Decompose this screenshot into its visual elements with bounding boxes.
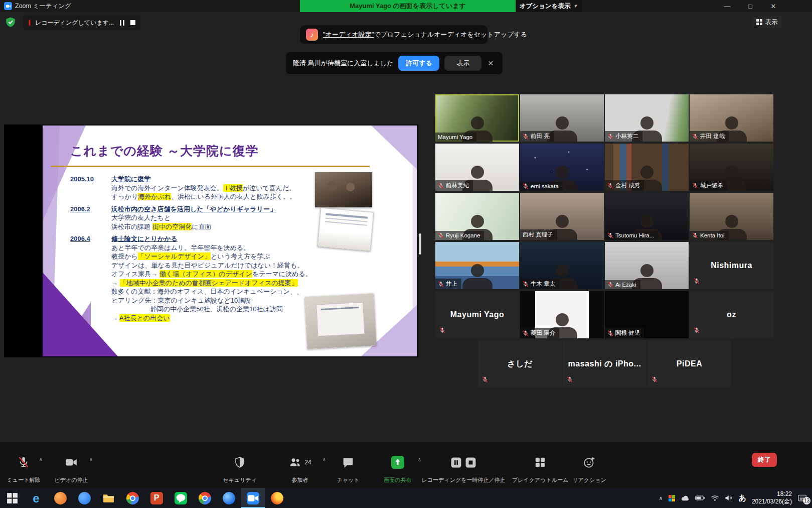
participant-tile[interactable]: 関根 健児 bbox=[605, 291, 689, 338]
battery-icon[interactable] bbox=[695, 494, 705, 501]
close-icon[interactable]: ✕ bbox=[488, 59, 494, 67]
participant-tile[interactable]: oz bbox=[690, 291, 773, 338]
participant-name-label: 金村 成秀 bbox=[605, 180, 644, 191]
participant-tile[interactable]: 金村 成秀 bbox=[605, 144, 689, 191]
toolbar-security-button[interactable]: セキュリティ bbox=[215, 442, 265, 488]
entry-line: → 「地域中小企業のための首都圏シェアードオフィスの提案」 bbox=[111, 279, 351, 288]
taskbar-chrome-3-icon[interactable] bbox=[217, 488, 241, 508]
mic-muted-icon bbox=[482, 376, 488, 383]
participant-name-label: 牛木 章太 bbox=[520, 279, 559, 289]
taskbar-chrome-icon[interactable] bbox=[120, 488, 144, 508]
chevron-up-icon[interactable]: ∧ bbox=[322, 457, 326, 462]
scrollbar-handle[interactable] bbox=[419, 233, 421, 255]
share-icon bbox=[391, 455, 404, 470]
participant-name-label: Ryuji Kogane bbox=[435, 231, 484, 240]
entry-date: 2006.2 bbox=[70, 205, 111, 231]
zoom-app-icon bbox=[4, 2, 12, 10]
taskbar-clock[interactable]: 18:22 2021/03/26(金) bbox=[752, 490, 792, 505]
view-button[interactable]: 表示 bbox=[752, 16, 782, 28]
participant-tile[interactable]: Mayumi Yago bbox=[435, 291, 519, 338]
participant-tile[interactable]: さしだ bbox=[478, 340, 562, 388]
show-options-button[interactable]: オプションを表示 ▼ bbox=[516, 0, 582, 12]
record-dot-icon bbox=[28, 19, 31, 27]
participant-tile[interactable]: Mayumi Yago bbox=[435, 94, 519, 142]
participant-name-label: 菱田 陽介 bbox=[520, 328, 559, 338]
chevron-up-icon[interactable]: ∧ bbox=[89, 457, 93, 462]
clock-date: 2021/03/26(金) bbox=[752, 498, 792, 505]
taskbar-line-icon[interactable] bbox=[169, 488, 193, 508]
waiting-room-text: 隆清 烏川が待機室に入室しました bbox=[293, 59, 393, 68]
participant-tile[interactable]: 牛木 章太 bbox=[520, 242, 604, 289]
minimize-button[interactable]: — bbox=[716, 0, 739, 12]
toolbar-mute-button[interactable]: ∧ミュート解除 bbox=[3, 442, 44, 488]
speaker-icon[interactable] bbox=[725, 494, 733, 501]
toolbar-recording-button[interactable]: レコーディングを一時停止／停止 bbox=[413, 442, 514, 488]
action-center-icon[interactable]: 13 bbox=[797, 494, 807, 502]
clock-time: 18:22 bbox=[752, 490, 792, 498]
audio-settings-link[interactable]: "オーディオ設定" bbox=[323, 31, 374, 38]
taskbar-app-orange-icon[interactable] bbox=[48, 488, 72, 508]
mic-muted-icon bbox=[692, 232, 698, 238]
shield-icon bbox=[234, 455, 246, 470]
slide-title: これまでの経験 ～大学院に復学 bbox=[70, 143, 258, 159]
chevron-up-icon[interactable]: ∧ bbox=[39, 457, 43, 462]
participant-tile[interactable]: 城戸悠希 bbox=[690, 144, 773, 191]
mic-muted-icon bbox=[523, 183, 529, 189]
participant-tile[interactable]: Ai Ezaki bbox=[605, 242, 689, 289]
taskbar-firefox-icon[interactable] bbox=[265, 488, 289, 508]
mic-off-icon bbox=[17, 455, 30, 470]
participant-tile[interactable]: Tsutomu Hira... bbox=[605, 193, 689, 240]
participant-tile[interactable]: 前田 亮 bbox=[520, 94, 604, 142]
participant-tile[interactable]: 菱田 陽介 bbox=[520, 291, 604, 338]
toolbar-participants-button[interactable]: 24∧参加者 bbox=[272, 442, 328, 488]
taskbar-app-blue-icon[interactable] bbox=[72, 488, 96, 508]
participant-tile[interactable]: Kenta Itoi bbox=[690, 193, 773, 240]
participants-grid: Mayumi Yago前田 亮小林英二井田 達哉前林美紀emi sakata金村… bbox=[435, 94, 774, 389]
taskbar-start-icon[interactable] bbox=[0, 488, 24, 508]
onedrive-cloud-icon[interactable] bbox=[681, 494, 690, 501]
participant-tile[interactable]: emi sakata bbox=[520, 144, 604, 191]
participant-tile[interactable]: Nishimura bbox=[690, 242, 773, 289]
taskbar-file-explorer-icon[interactable] bbox=[96, 488, 120, 508]
waiting-room-notification: 隆清 烏川が待機室に入室しました 許可する 表示 ✕ bbox=[286, 52, 503, 74]
wifi-icon[interactable] bbox=[711, 494, 719, 501]
close-window-button[interactable]: ✕ bbox=[762, 0, 785, 12]
leave-meeting-button[interactable]: 終了 bbox=[752, 453, 777, 467]
participant-tile[interactable]: 井田 達哉 bbox=[690, 94, 773, 142]
taskbar-powerpoint-icon[interactable]: P bbox=[144, 488, 169, 508]
participant-tile[interactable]: 小林英二 bbox=[605, 94, 689, 142]
participant-name-label: masashi の iPho... bbox=[563, 340, 646, 388]
show-waiting-button[interactable]: 表示 bbox=[444, 56, 481, 71]
entry-date: 2005.10 bbox=[70, 175, 111, 201]
toolbar-video-button[interactable]: ∧ビデオの停止 bbox=[48, 442, 94, 488]
taskbar-zoom-icon[interactable] bbox=[241, 488, 265, 508]
maximize-button[interactable]: □ bbox=[739, 0, 762, 12]
toolbar-reactions-button[interactable]: リアクション bbox=[569, 442, 609, 488]
tray-expand-icon[interactable]: ∧ bbox=[659, 495, 663, 501]
security-shield-icon[interactable] bbox=[5, 17, 16, 28]
mic-muted-icon bbox=[438, 232, 444, 238]
window-title: Zoom ミーティング bbox=[15, 0, 71, 12]
ime-indicator[interactable]: あ bbox=[739, 493, 746, 503]
music-note-icon: ♪ bbox=[306, 29, 318, 41]
toolbar-chat-button[interactable]: チャット bbox=[328, 442, 368, 488]
participant-tile[interactable]: 前林美紀 bbox=[435, 144, 519, 191]
entry-date: 2006.4 bbox=[70, 234, 111, 322]
participant-tile[interactable]: Ryuji Kogane bbox=[435, 193, 519, 240]
admit-button[interactable]: 許可する bbox=[398, 56, 439, 71]
pause-recording-button[interactable] bbox=[120, 20, 124, 26]
toolbar-breakout-button[interactable]: ブレイクアウトルーム bbox=[505, 442, 575, 488]
stop-recording-button[interactable] bbox=[130, 20, 135, 25]
participant-tile[interactable]: 西村 真理子 bbox=[520, 193, 604, 240]
participant-tile[interactable]: masashi の iPho... bbox=[563, 340, 646, 388]
taskbar-chrome-2-icon[interactable] bbox=[193, 488, 217, 508]
slide-decoration-topright-wedge bbox=[367, 125, 417, 170]
mic-muted-icon bbox=[607, 134, 613, 140]
entry-line: 数多くの文献：海外のオフィス、日本のインキュベーション、、 bbox=[111, 287, 351, 296]
chevron-down-icon: ▼ bbox=[573, 4, 578, 9]
participant-tile[interactable]: PiDEA bbox=[647, 340, 731, 388]
slide-photo-thesis-document bbox=[304, 293, 376, 349]
taskbar-internet-explorer-icon[interactable]: e bbox=[24, 488, 48, 508]
participant-tile[interactable]: 井上 bbox=[435, 242, 519, 289]
ms-defender-icon[interactable] bbox=[669, 495, 675, 501]
